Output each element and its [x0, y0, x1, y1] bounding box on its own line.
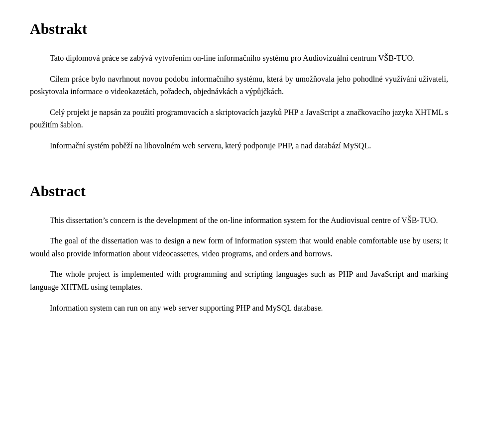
english-abstract-section: Abstract This dissertation’s concern is … [30, 182, 448, 315]
english-paragraph-1: This dissertation’s concern is the devel… [30, 214, 448, 227]
czech-paragraph-3: Celý projekt je napsán za použití progra… [30, 106, 448, 131]
czech-heading: Abstrakt [30, 20, 448, 38]
english-paragraph-3: The whole project is implemented with pr… [30, 268, 448, 293]
english-paragraph-4: Information system can run on any web se… [30, 302, 448, 315]
czech-paragraph-2: Cílem práce bylo navrhnout novou podobu … [30, 73, 448, 98]
czech-paragraph-4: Informační systém poběží na libovolném w… [30, 139, 448, 152]
czech-paragraph-1: Tato diplomová práce se zabývá vytvoření… [30, 52, 448, 65]
english-heading: Abstract [30, 182, 448, 200]
english-paragraph-2: The goal of the dissertation was to desi… [30, 234, 448, 260]
czech-abstract-section: Abstrakt Tato diplomová práce se zabývá … [30, 20, 448, 152]
